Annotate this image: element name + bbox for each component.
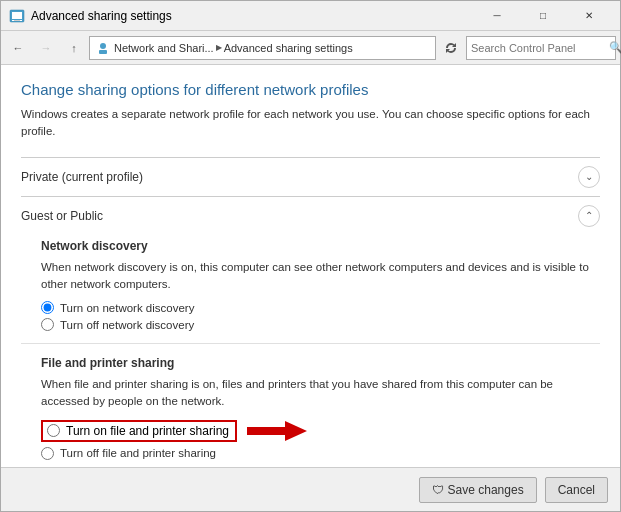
breadcrumb-part1: Network and Shari... [114, 42, 214, 54]
network-discovery-section: Network discovery When network discovery… [21, 235, 600, 340]
fps-off-label[interactable]: Turn off file and printer sharing [60, 447, 216, 459]
svg-marker-7 [247, 421, 307, 441]
file-printer-sharing-desc: When file and printer sharing is on, fil… [41, 376, 600, 411]
fps-on-highlighted-option: Turn on file and printer sharing [41, 419, 600, 443]
network-discovery-off-radio[interactable] [41, 318, 54, 331]
forward-button[interactable]: → [33, 35, 59, 61]
svg-rect-1 [12, 12, 22, 19]
address-bar: ← → ↑ Network and Shari... ▶ Advanced sh… [1, 31, 620, 65]
search-input[interactable] [471, 42, 609, 54]
network-discovery-on-option: Turn on network discovery [41, 301, 600, 314]
search-icon[interactable]: 🔍 [609, 41, 621, 54]
minimize-button[interactable]: ─ [474, 1, 520, 31]
search-box[interactable]: 🔍 [466, 36, 616, 60]
refresh-button[interactable] [438, 35, 464, 61]
svg-rect-2 [12, 20, 14, 21]
svg-rect-3 [20, 20, 22, 21]
network-discovery-on-label[interactable]: Turn on network discovery [60, 302, 194, 314]
guest-public-section: Guest or Public ⌃ Network discovery When… [21, 196, 600, 468]
page-description: Windows creates a separate network profi… [21, 106, 600, 141]
network-discovery-off-option: Turn off network discovery [41, 318, 600, 331]
title-bar-controls: ─ □ ✕ [474, 1, 612, 31]
shield-icon: 🛡 [432, 483, 444, 497]
guest-public-header[interactable]: Guest or Public ⌃ [21, 197, 600, 235]
title-bar: Advanced sharing settings ─ □ ✕ [1, 1, 620, 31]
page-title: Change sharing options for different net… [21, 81, 600, 98]
maximize-button[interactable]: □ [520, 1, 566, 31]
private-profile-section: Private (current profile) ⌄ [21, 157, 600, 196]
title-bar-icon [9, 8, 25, 24]
divider [21, 343, 600, 344]
network-discovery-desc: When network discovery is on, this compu… [41, 259, 600, 294]
save-changes-button[interactable]: 🛡 Save changes [419, 477, 537, 503]
main-window: Advanced sharing settings ─ □ ✕ ← → ↑ Ne… [0, 0, 621, 512]
network-discovery-off-label[interactable]: Turn off network discovery [60, 319, 194, 331]
red-arrow-indicator [247, 419, 307, 443]
network-discovery-title: Network discovery [41, 239, 600, 253]
network-discovery-on-radio[interactable] [41, 301, 54, 314]
fps-on-radio[interactable] [47, 424, 60, 437]
close-button[interactable]: ✕ [566, 1, 612, 31]
cancel-button[interactable]: Cancel [545, 477, 608, 503]
guest-public-title: Guest or Public [21, 209, 103, 223]
guest-public-chevron[interactable]: ⌃ [578, 205, 600, 227]
up-button[interactable]: ↑ [61, 35, 87, 61]
fps-off-option: Turn off file and printer sharing [41, 447, 600, 460]
fps-on-label[interactable]: Turn on file and printer sharing [66, 424, 229, 438]
private-profile-header[interactable]: Private (current profile) ⌄ [21, 158, 600, 196]
content-area: Change sharing options for different net… [1, 65, 620, 467]
breadcrumb-separator: ▶ [216, 43, 222, 52]
svg-point-5 [100, 43, 106, 49]
fps-off-radio[interactable] [41, 447, 54, 460]
back-button[interactable]: ← [5, 35, 31, 61]
save-changes-label: Save changes [448, 483, 524, 497]
breadcrumb-part2: Advanced sharing settings [224, 42, 353, 54]
file-printer-sharing-title: File and printer sharing [41, 356, 600, 370]
highlight-box: Turn on file and printer sharing [41, 420, 237, 442]
private-chevron[interactable]: ⌄ [578, 166, 600, 188]
svg-rect-4 [14, 20, 20, 21]
svg-rect-6 [99, 50, 107, 54]
footer: 🛡 Save changes Cancel [1, 467, 620, 511]
private-profile-title: Private (current profile) [21, 170, 143, 184]
file-printer-sharing-section: File and printer sharing When file and p… [21, 348, 600, 467]
address-field[interactable]: Network and Shari... ▶ Advanced sharing … [89, 36, 436, 60]
title-bar-title: Advanced sharing settings [31, 9, 474, 23]
